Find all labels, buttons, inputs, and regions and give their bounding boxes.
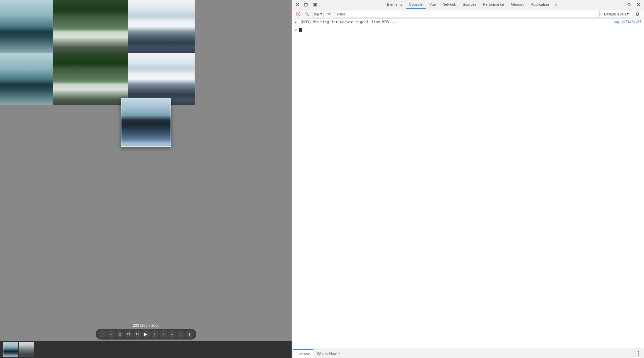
image-cell-4[interactable] [0,53,53,105]
tab-network[interactable]: Network [439,0,459,9]
tab-application[interactable]: Application [528,0,552,9]
tab-memory[interactable]: Memory [507,0,528,9]
zoom-out-button[interactable]: − [107,330,115,338]
settings-button[interactable]: ⚙ [625,1,633,9]
filmstrip-thumb-1[interactable] [3,342,18,357]
flip-h-button[interactable]: ↔ [168,330,176,338]
tab-console[interactable]: Console [406,0,426,9]
undock-icon: ⊡ [304,2,308,7]
devtools-tabs: Elements Console Vue Network Sources Per… [384,0,560,9]
gear-icon-2: ⚙ [635,11,640,17]
rotate-cw-button[interactable]: ↻ [133,330,141,338]
default-levels-label: Default levels [604,12,626,16]
devtools-header: ✕ ⊡ ▣ Elements Console Vue Network Sourc… [292,0,644,9]
filter-toggle-button[interactable]: 🔍 [303,11,310,17]
rotate-ccw-button[interactable]: ↺ [125,330,133,338]
bottom-tab-whats-new-label: What's New [317,352,336,356]
console-cursor[interactable] [299,28,302,32]
image-cell-1[interactable] [0,0,53,53]
reset-button[interactable]: ⊡ [116,330,124,338]
zoom-label: 200 (200 x 200) [133,323,159,327]
bottom-tab-whats-new[interactable]: What's New ✕ [313,349,344,358]
dock-icon: ▣ [313,2,317,7]
toolbar-buttons: + − ⊡ ↺ ↻ ▶ ‹ › ↔ ↕ ℹ [96,329,196,340]
next-button[interactable]: › [159,330,167,338]
mid-image-row [0,53,195,105]
more-tabs-button[interactable]: » [552,1,560,9]
devtools-panel: ✕ ⊡ ▣ Elements Console Vue Network Sourc… [292,0,644,358]
top-image-row [0,0,195,53]
x-icon: ✕ [637,2,641,7]
console-settings-button[interactable]: ⚙ [633,10,641,18]
eye-button[interactable]: 👁 [326,11,333,17]
chevron-down-icon: ▾ [320,12,322,16]
devtools-bottom-bar: Console What's New ✕ ⋮ [292,349,644,358]
close-devtools-button[interactable]: ✕ [293,1,301,9]
close-whats-new-icon[interactable]: ✕ [338,352,341,355]
filmstrip-thumb-2[interactable] [19,342,34,357]
close-button[interactable]: ✕ [635,1,643,9]
console-input-row: > [292,26,644,34]
dock-button[interactable]: ▣ [311,1,319,9]
close-icon: ✕ [295,1,300,8]
console-message: [HMR] Waiting for update signal from WDS… [300,20,613,24]
default-levels-selector[interactable]: Default levels ▾ [602,11,631,17]
tab-elements[interactable]: Elements [384,0,406,9]
console-prompt: > [295,28,297,32]
expand-icon[interactable]: ▶ [295,20,299,25]
floating-image[interactable] [121,98,171,147]
play-button[interactable]: ▶ [142,330,150,338]
flip-v-button[interactable]: ↕ [177,330,185,338]
bottom-tab-console-label: Console [297,352,310,356]
chevron-down-icon-2: ▾ [627,12,629,16]
console-filter-input[interactable] [335,11,600,17]
tab-sources[interactable]: Sources [459,0,480,9]
info-button[interactable]: ℹ [186,330,194,338]
context-value: top [314,12,319,16]
tab-performance[interactable]: Performance [480,0,507,9]
image-grid [0,0,292,358]
console-content: ▶ [HMR] Waiting for update signal from W… [292,19,644,349]
image-cell-6[interactable] [128,53,195,105]
gear-icon: ⚙ [627,2,631,7]
context-selector[interactable]: top ▾ [312,11,324,17]
undock-button[interactable]: ⊡ [302,1,310,9]
tab-vue[interactable]: Vue [426,0,439,9]
more-options-icon[interactable]: ⋮ [635,350,643,357]
prev-button[interactable]: ‹ [151,330,159,338]
bottom-tabs: Console What's New ✕ [293,349,344,358]
image-cell-3[interactable] [128,0,195,53]
filmstrip [0,341,292,358]
viewer-panel: 200 (200 x 200) + − ⊡ ↺ ↻ ▶ ‹ › ↔ ↕ ℹ [0,0,292,358]
image-cell-5[interactable] [53,53,128,105]
devtools-toolbar: 🚫 🔍 top ▾ 👁 Default levels ▾ ⚙ [292,9,644,19]
zoom-in-button[interactable]: + [98,330,106,338]
console-source[interactable]: log.js71afd:24 [613,20,641,24]
devtools-header-right: ⚙ ✕ [625,1,643,9]
bottom-tab-console[interactable]: Console [293,349,313,358]
image-cell-2[interactable] [53,0,128,53]
viewer-toolbar: 200 (200 x 200) + − ⊡ ↺ ↻ ▶ ‹ › ↔ ↕ ℹ [96,323,196,340]
clear-console-button[interactable]: 🚫 [295,11,301,17]
console-entry-hmr: ▶ [HMR] Waiting for update signal from W… [292,19,644,26]
